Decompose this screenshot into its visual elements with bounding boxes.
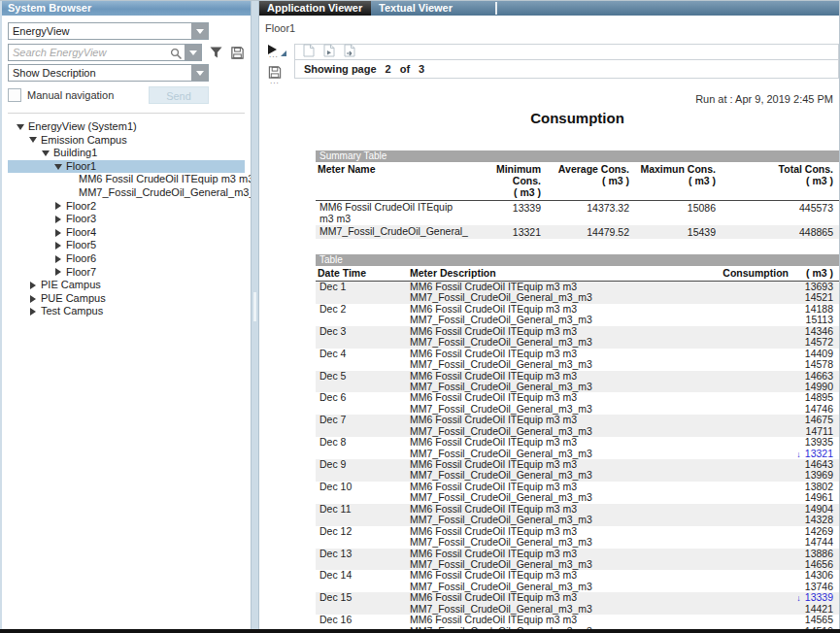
tree-expanded-arrow-icon[interactable] (41, 150, 50, 156)
chevron-down-icon[interactable] (191, 23, 208, 39)
summary-total-value: 448865 (716, 226, 839, 238)
save-report-button[interactable]: ... (267, 65, 292, 83)
col-total-cons: Total Cons. ( m3 ) (716, 163, 839, 198)
tree-item-mm6-fossil-crudeoil-itequip-m3-m3[interactable]: MM6 Fossil CrudeOil ITEquip m3 m3 (8, 173, 245, 186)
col-date-time: Date Time (316, 267, 410, 279)
detail-date (316, 359, 410, 370)
detail-date-group: Dec 2MM6 Fossil CrudeOil ITEquip m3 m314… (316, 304, 839, 326)
tree-item-label: MM7_Fossil_CrudeOil_General_m3_m3 (79, 186, 270, 200)
paging-total: 3 (419, 63, 424, 75)
col-consumption-label: Consumption (722, 267, 789, 279)
view-selector-value: EnergyView (9, 23, 208, 39)
detail-date (316, 337, 410, 348)
detail-consumption-min-link[interactable]: 13321 (805, 448, 833, 459)
tree-collapsed-arrow-icon[interactable] (53, 242, 63, 250)
tree-item-mm7-fossil-crudeoil-general-m3-m3[interactable]: MM7_Fossil_CrudeOil_General_m3_m3 (8, 186, 245, 200)
tab-textual-viewer[interactable]: Textual Viewer (371, 1, 490, 16)
search-options-chevron-icon[interactable] (185, 45, 201, 60)
panel-splitter[interactable] (251, 1, 259, 629)
detail-date: Dec 13 (316, 549, 410, 559)
tree-item-label: Floor2 (66, 200, 96, 214)
tree-item-emission-campus[interactable]: Emission Campus (8, 134, 245, 148)
page-document-icon[interactable] (303, 44, 315, 61)
report-page: Run at : Apr 9, 2019 2:45 PM Consumption… (294, 79, 839, 629)
tree-item-floor1[interactable]: Floor1 (8, 160, 245, 174)
tab-application-viewer[interactable]: Application Viewer (259, 1, 371, 16)
summary-meter-name: MM6 Fossil CrudeOil ITEquipm3 m3 (316, 202, 479, 224)
col-average-label: Average Cons. (541, 163, 629, 175)
tree-item-floor7[interactable]: Floor7 (8, 266, 245, 280)
report-title: Consumption (316, 110, 839, 126)
detail-row: MM7_Fossil_CrudeOil_General_m3_m314578 (316, 359, 839, 370)
play-ellipsis: ... (269, 50, 279, 59)
display-mode-dropdown[interactable]: Show Description (8, 64, 209, 82)
detail-date: Dec 14 (316, 570, 410, 581)
tree-item-building1[interactable]: Building1 (8, 147, 245, 160)
detail-date: Dec 11 (316, 504, 410, 515)
tree-collapsed-arrow-icon[interactable] (28, 295, 38, 303)
detail-row: MM7_Fossil_CrudeOil_General_m3_m314572 (316, 337, 839, 348)
chevron-down-icon[interactable] (191, 65, 208, 81)
page-export-icon[interactable] (344, 44, 356, 61)
page-forward-icon[interactable] (323, 44, 335, 61)
viewer-tab-bar: Application Viewer Textual Viewer (259, 1, 839, 16)
detail-date-group: Dec 4MM6 Fossil CrudeOil ITEquip m3 m314… (316, 349, 839, 371)
tree-collapsed-arrow-icon[interactable] (53, 216, 63, 223)
tree-item-label: Emission Campus (41, 134, 127, 148)
detail-consumption-value: 14744 (684, 537, 839, 548)
search-icon[interactable] (170, 47, 183, 64)
tree-collapsed-arrow-icon[interactable] (53, 268, 63, 276)
detail-consumption-min-link[interactable]: 13339 (805, 591, 833, 603)
detail-row: Dec 8MM6 Fossil CrudeOil ITEquip m3 m313… (316, 437, 839, 448)
detail-date: Dec 15 (316, 592, 410, 603)
tree-collapsed-arrow-icon[interactable] (53, 202, 63, 210)
tree-collapsed-arrow-icon[interactable] (28, 308, 38, 316)
detail-row: Dec 16MM6 Fossil CrudeOil ITEquip m3 m31… (316, 615, 839, 625)
detail-date-group: Dec 15MM6 Fossil CrudeOil ITEquip m3 m3↓… (316, 592, 839, 615)
paging-status-bar: Showing page 2 of 3 (294, 60, 839, 79)
tree-item-floor5[interactable]: Floor5 (8, 239, 245, 252)
tree-item-test-campus[interactable]: Test Campus (8, 305, 245, 318)
detail-date-group: Dec 11MM6 Fossil CrudeOil ITEquip m3 m31… (316, 504, 839, 526)
tree-collapsed-arrow-icon[interactable] (28, 282, 38, 289)
tree-collapsed-arrow-icon[interactable] (53, 255, 63, 263)
tree-item-label: EnergyView (System1) (28, 120, 137, 134)
detail-date-group: Dec 1MM6 Fossil CrudeOil ITEquip m3 m313… (316, 282, 839, 304)
tree-expanded-arrow-icon[interactable] (53, 164, 63, 170)
send-button[interactable]: Send (149, 86, 209, 104)
detail-row: MM7_Fossil_CrudeOil_General_m3_m314744 (316, 537, 839, 548)
save-filter-icon[interactable] (230, 46, 245, 60)
tree-item-floor4[interactable]: Floor4 (8, 226, 245, 240)
tree-item-pie-campus[interactable]: PIE Campus (8, 279, 245, 292)
detail-date-group: Dec 3MM6 Fossil CrudeOil ITEquip m3 m314… (316, 326, 839, 349)
detail-row: MM7_Fossil_CrudeOil_General_m3_m315113 (316, 315, 839, 325)
search-input[interactable] (9, 45, 176, 60)
system-tree: EnergyView (System1)Emission CampusBuild… (8, 120, 245, 318)
detail-row: MM7_Fossil_CrudeOil_General_m3_m314656 (316, 559, 839, 570)
panel-divider (8, 113, 245, 114)
tree-collapsed-arrow-icon[interactable] (53, 229, 63, 237)
tree-item-floor3[interactable]: Floor3 (8, 213, 245, 226)
system-browser-title: System Browser (2, 1, 251, 16)
splitter-grip[interactable] (253, 292, 256, 321)
detail-date (316, 537, 410, 548)
tree-expanded-arrow-icon[interactable] (28, 137, 38, 143)
manual-navigation-checkbox[interactable] (8, 88, 21, 102)
summary-table-section-bar: Summary Table (316, 150, 839, 162)
run-report-button[interactable]: ... (267, 44, 292, 61)
detail-meter-description: MM7_Fossil_CrudeOil_General_m3_m3 (410, 359, 684, 370)
view-selector-dropdown[interactable]: EnergyView (8, 22, 209, 40)
tree-expanded-arrow-icon[interactable] (16, 124, 25, 130)
tree-item-energyview-system1[interactable]: EnergyView (System1) (8, 120, 245, 134)
tree-item-floor6[interactable]: Floor6 (8, 252, 245, 266)
detail-consumption-value: 14578 (684, 359, 839, 370)
tree-item-floor2[interactable]: Floor2 (8, 200, 245, 214)
tree-item-pue-campus[interactable]: PUE Campus (8, 292, 245, 306)
min-value-arrow-icon: ↓ (796, 593, 801, 603)
filter-icon[interactable] (209, 46, 223, 59)
detail-row: MM7_Fossil_CrudeOil_General_m3_m313746 (316, 582, 839, 592)
paging-of-label: of (400, 63, 410, 75)
detail-consumption-value: 14328 (684, 515, 839, 525)
detail-date (316, 515, 410, 525)
detail-table-section-bar: Table (316, 254, 839, 266)
